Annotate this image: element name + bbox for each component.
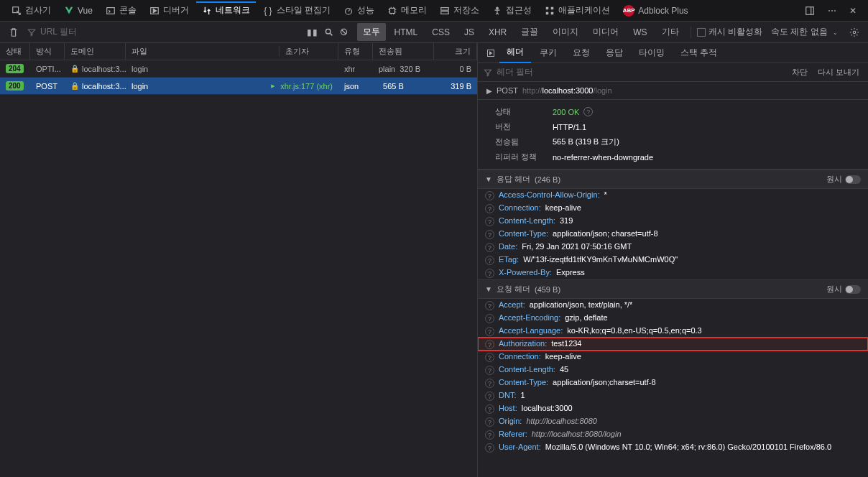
tab-request[interactable]: 요청 (565, 43, 597, 62)
th-file[interactable]: 파일 초기자 (126, 43, 338, 60)
help-icon[interactable]: ? (485, 404, 494, 414)
storage-tab[interactable]: 저장소 (434, 1, 485, 19)
url-filter-input[interactable]: URL 필터 (27, 26, 171, 38)
response-headers-title[interactable]: ▼ 응답 헤더 (246 B) 원시 (478, 170, 868, 189)
filter-image[interactable]: 이미지 (547, 23, 584, 41)
help-icon[interactable]: ? (485, 430, 494, 440)
filter-other[interactable]: 기타 (656, 23, 685, 41)
disable-cache-checkbox[interactable]: 캐시 비활성화 (697, 26, 762, 38)
help-icon[interactable]: ? (485, 269, 494, 278)
filter-all[interactable]: 모두 (357, 23, 386, 41)
application-tab[interactable]: 애플리케이션 (539, 1, 616, 19)
th-type[interactable]: 유형 (338, 43, 373, 60)
table-body: 204OPTI...🔒localhost:3...loginxhrplain 3… (0, 60, 477, 95)
more-button[interactable]: ⋯ (822, 3, 842, 19)
tab-headers[interactable]: 헤더 (499, 43, 531, 63)
help-icon[interactable]: ? (485, 191, 494, 200)
debugger-icon (149, 6, 160, 16)
table-row[interactable]: 204OPTI...🔒localhost:3...loginxhrplain 3… (0, 60, 477, 78)
memory-tab[interactable]: 메모리 (382, 1, 433, 19)
throttle-dropdown[interactable]: 속도 제한 없음 ⌄ (765, 23, 844, 41)
filter-js[interactable]: JS (458, 24, 480, 40)
request-table-panel: 상태 방식 도메인 파일 초기자 유형 전송됨 크기 204OPTI...🔒lo… (0, 43, 478, 477)
raw-toggle[interactable]: 원시 (826, 174, 861, 185)
performance-icon (343, 6, 354, 16)
request-summary[interactable]: ▶ POST http://localhost:3000/login (478, 82, 868, 100)
header-row: ?ETag W/"13f-izeqtfd1tfKY9mKnTvMuNMCmW0Q… (478, 254, 868, 267)
header-filter-input[interactable]: 헤더 필터 (497, 66, 533, 78)
raw-toggle[interactable]: 원시 (826, 284, 861, 295)
console-tab[interactable]: 콘솔 (100, 1, 142, 19)
help-icon[interactable]: ? (485, 217, 494, 226)
filter-ws[interactable]: WS (627, 24, 652, 40)
table-row[interactable]: 200POST🔒localhost:3...loginxhr.js:177 (x… (0, 78, 477, 95)
network-tab[interactable]: 네트워크 (196, 1, 256, 19)
close-button[interactable]: ✕ (844, 3, 862, 19)
toggle-icon (845, 175, 861, 184)
th-method[interactable]: 방식 (30, 43, 65, 60)
th-size[interactable]: 크기 (434, 43, 477, 60)
help-icon[interactable]: ? (485, 417, 494, 427)
help-icon[interactable]: ? (485, 366, 494, 375)
header-value: Express (556, 268, 585, 277)
header-name: Host (499, 404, 517, 412)
filter-html[interactable]: HTML (389, 24, 424, 40)
svg-rect-8 (546, 6, 549, 9)
filter-css[interactable]: CSS (426, 24, 456, 40)
header-name: X-Powered-By (499, 268, 552, 277)
help-icon[interactable]: ? (485, 204, 494, 213)
help-icon[interactable]: ? (485, 256, 494, 265)
settings-button[interactable] (846, 24, 862, 40)
block-button[interactable] (339, 27, 348, 37)
status-value: 200 OK ? (553, 106, 593, 117)
resend-action[interactable]: 다시 보내기 (815, 67, 862, 78)
clear-button[interactable] (6, 24, 22, 40)
request-headers-title[interactable]: ▼ 요청 헤더 (459 B) 원시 (478, 279, 868, 299)
adblock-tab[interactable]: ABP Adblock Plus (617, 2, 693, 19)
help-icon[interactable]: ? (485, 443, 494, 453)
help-icon[interactable]: ? (485, 340, 494, 349)
header-name: Authorization (499, 339, 547, 348)
block-action[interactable]: 차단 (789, 67, 811, 78)
svg-rect-1 (107, 7, 115, 14)
th-status[interactable]: 상태 (0, 43, 30, 60)
performance-tab[interactable]: 성능 (338, 1, 380, 19)
help-icon[interactable]: ? (485, 314, 494, 323)
details-tabs: 헤더 쿠키 요청 응답 타이밍 스택 추적 (478, 43, 868, 63)
filter-xhr[interactable]: XHR (483, 24, 512, 40)
svg-rect-9 (551, 6, 554, 9)
help-icon[interactable]: ? (583, 107, 593, 116)
help-icon[interactable]: ? (485, 327, 494, 336)
header-name: Content-Type (499, 229, 548, 238)
filter-media[interactable]: 미디어 (587, 23, 624, 41)
help-icon[interactable]: ? (485, 243, 494, 252)
accessibility-tab[interactable]: 접근성 (486, 1, 537, 19)
filter-font[interactable]: 글꼴 (515, 23, 544, 41)
tab-timing[interactable]: 타이밍 (632, 43, 672, 62)
vue-tab[interactable]: Vue (58, 3, 98, 19)
help-icon[interactable]: ? (485, 379, 494, 388)
application-icon (545, 6, 555, 16)
svg-point-13 (326, 29, 331, 34)
help-icon[interactable]: ? (485, 353, 494, 362)
help-icon[interactable]: ? (485, 301, 494, 310)
th-domain[interactable]: 도메인 (65, 43, 126, 60)
style-editor-tab[interactable]: { } 스타일 편집기 (257, 1, 336, 19)
tab-response[interactable]: 응답 (599, 43, 630, 62)
help-icon[interactable]: ? (485, 230, 494, 239)
filter-icon (27, 28, 36, 37)
pause-button[interactable]: ▮▮ (307, 27, 318, 37)
tab-cookies[interactable]: 쿠키 (532, 43, 564, 62)
header-value: keep-alive (545, 352, 581, 361)
dock-button[interactable] (799, 3, 821, 19)
search-button[interactable] (324, 27, 333, 37)
toggle-panel-icon[interactable] (484, 46, 498, 60)
inspector-tab[interactable]: 검사기 (6, 1, 57, 19)
help-icon[interactable]: ? (485, 392, 494, 401)
svg-rect-11 (551, 11, 554, 14)
th-transferred[interactable]: 전송됨 (373, 43, 434, 60)
debugger-tab[interactable]: 디버거 (144, 1, 195, 19)
header-value: application/json; charset=utf-8 (553, 229, 657, 238)
collapse-icon: ▼ (485, 285, 492, 293)
tab-stack[interactable]: 스택 추적 (673, 43, 724, 62)
